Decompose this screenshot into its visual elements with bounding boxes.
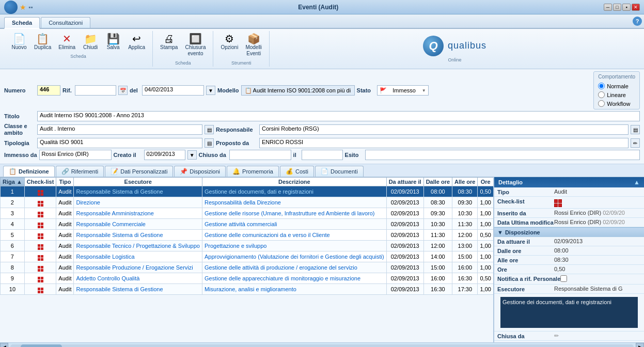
chiuso-da-input[interactable] — [229, 150, 291, 160]
horizontal-scrollbar[interactable]: ◀ ▶ — [0, 342, 644, 347]
rif-input[interactable] — [75, 85, 116, 96]
radio-normale-input[interactable] — [598, 83, 605, 89]
radio-lineare-input[interactable] — [598, 91, 605, 98]
modelli-eventi-button[interactable]: 📦 ModelliEventi — [242, 32, 265, 58]
sub-tab-riferimenti[interactable]: 🔗 Riferimenti — [56, 166, 104, 177]
elimina-button[interactable]: ✕ Elimina — [55, 32, 78, 52]
detail-disposizione-header: ▼ Disposizione — [494, 227, 644, 237]
window-buttons[interactable]: ─ □ ▪ ✕ — [604, 4, 640, 11]
table-row[interactable]: 1 Audit Responsabile Sistema di Gestione… — [1, 186, 495, 197]
cell-checklist — [24, 230, 56, 241]
salva-button[interactable]: 💾 Salva — [102, 32, 124, 52]
chiusura-evento-button[interactable]: 🔲 Chiusuraevento — [182, 32, 209, 58]
modello-button[interactable]: 📋 Audit Interno ISO 9001:2008 con più di — [241, 85, 355, 96]
cell-alle-ore: 10:30 — [452, 208, 478, 219]
cell-dalle-ore: 16:30 — [423, 284, 452, 295]
col-header-ore[interactable]: Ore — [478, 178, 493, 186]
cell-da-attuare: 02/09/2013 — [386, 208, 423, 219]
table-row[interactable]: 2 Audit Direzione Responsabilità della D… — [1, 197, 495, 208]
sub-tab-promemoria[interactable]: 🔔 Promemoria — [227, 166, 279, 177]
chiuso-il-input[interactable] — [302, 150, 343, 160]
responsabile-input[interactable]: Corsini Roberto (RSG) — [259, 124, 629, 135]
scroll-right-button[interactable]: ▶ — [636, 343, 644, 347]
notifica-checkbox[interactable] — [560, 275, 567, 282]
minimize-button[interactable]: ─ — [604, 4, 612, 11]
proposto-da-input[interactable]: ENRICO ROSSI — [259, 138, 629, 148]
restore-button[interactable]: ▪ — [622, 4, 631, 11]
cell-checklist — [24, 197, 56, 208]
detail-data-ultima-modifica-key: Data Ultima modifica — [497, 219, 554, 226]
sub-tab-documenti[interactable]: 📄 Documenti — [315, 166, 364, 177]
duplica-icon: 📋 — [36, 34, 49, 44]
radio-workflow-input[interactable] — [598, 100, 605, 107]
radio-lineare[interactable]: Lineare — [598, 91, 635, 98]
table-row[interactable]: 8 Audit Responsabile Produzione / Erogaz… — [1, 262, 495, 273]
stampa-button[interactable]: 🖨 Stampa — [157, 32, 181, 58]
applica-button[interactable]: ↩ Applica — [125, 32, 148, 52]
table-row[interactable]: 5 Audit Responsabile Sistema di Gestione… — [1, 230, 495, 241]
chiuso-da-label: Chiuso da — [199, 152, 227, 158]
classe-browse-button[interactable]: ▤ — [205, 125, 214, 134]
col-header-checklist[interactable]: Check-list — [24, 178, 56, 186]
title-bar-left: ★ ▪▪ — [4, 1, 33, 14]
close-button[interactable]: ✕ — [632, 4, 640, 11]
immesso-da-input[interactable]: Rossi Enrico (DIR) — [39, 150, 112, 160]
scroll-track[interactable] — [10, 344, 634, 347]
titolo-input[interactable]: Audit Interno ISO 9001:2008 - Anno 2013 — [37, 111, 640, 121]
col-header-riga[interactable]: Riga ▲ — [1, 178, 25, 186]
sub-tab-costi[interactable]: 💰 Costi — [280, 166, 314, 177]
maximize-button[interactable]: □ — [613, 4, 621, 11]
numero-input[interactable]: 446 — [37, 85, 60, 96]
col-header-alle-ore[interactable]: Alle ore — [452, 178, 478, 186]
tab-scheda[interactable]: Scheda — [4, 17, 40, 29]
esito-input[interactable] — [365, 150, 640, 160]
tab-consultazioni[interactable]: Consultazioni — [41, 17, 90, 28]
nuovo-button[interactable]: 📄 Nuovo — [8, 32, 30, 52]
cell-ore: 0,50 — [478, 186, 493, 197]
sub-tab-definizione[interactable]: 📋 Definizione — [3, 166, 55, 177]
classe-label: Classe e ambito — [4, 123, 35, 136]
scroll-thumb[interactable] — [21, 344, 62, 347]
riferimenti-tab-label: Riferimenti — [71, 168, 99, 175]
classe-input[interactable]: Audit . Interno — [37, 124, 202, 135]
col-header-descrizione[interactable]: Descrizione — [202, 178, 386, 186]
scroll-left-button[interactable]: ◀ — [0, 343, 8, 347]
creato-il-calendar-button[interactable]: ▼ — [187, 150, 197, 160]
detail-chiusa-da-row: Chiusa da ✏ — [494, 332, 644, 341]
table-row[interactable]: 7 Audit Responsabile Logistica Approvvig… — [1, 251, 495, 262]
table-row[interactable]: 4 Audit Responsabile Commerciale Gestion… — [1, 219, 495, 230]
table-row[interactable]: 3 Audit Responsabile Amministrazione Ges… — [1, 208, 495, 219]
table-row[interactable]: 10 Audit Responsabile Sistema di Gestion… — [1, 284, 495, 295]
del-input[interactable]: 04/02/2013 — [142, 85, 204, 96]
detail-alle-ore-value: 08:30 — [554, 257, 641, 263]
window-controls-icon: ▪▪ — [28, 4, 33, 11]
help-button[interactable]: ? — [633, 17, 642, 26]
comportamento-group: Comportamento Normale Lineare Workflow — [593, 71, 640, 109]
radio-workflow[interactable]: Workflow — [598, 100, 635, 107]
creato-il-input[interactable]: 02/09/2013 — [144, 150, 185, 160]
checklist-grid-cell — [38, 288, 43, 293]
col-header-esecutore[interactable]: Esecutore — [74, 178, 202, 186]
checklist-grid-cell — [38, 277, 43, 282]
opzioni-button[interactable]: ⚙ Opzioni — [217, 32, 241, 58]
chiudi-button[interactable]: 📁 Chiudi — [80, 32, 101, 52]
detail-expand-button[interactable]: ▲ — [634, 179, 640, 186]
duplica-button[interactable]: 📋 Duplica — [31, 32, 54, 52]
table-row[interactable]: 9 Audit Addetto Controllo Qualità Gestio… — [1, 273, 495, 284]
responsabile-browse-button[interactable]: ▤ — [631, 125, 640, 134]
cell-esecutore: Addetto Controllo Qualità — [74, 273, 202, 284]
tipologia-input[interactable]: Qualità ISO 9001 — [37, 138, 202, 148]
col-header-tipo[interactable]: Tipo — [56, 178, 74, 186]
tipologia-browse-button[interactable]: ▤ — [205, 138, 214, 148]
col-header-dalle-ore[interactable]: Dalle ore — [423, 178, 452, 186]
sub-tab-dati-personalizzati[interactable]: 📝 Dati Personalizzati — [105, 166, 173, 177]
table-row[interactable]: 6 Audit Responsabile Tecnico / Progettaz… — [1, 241, 495, 251]
stato-dropdown[interactable]: 🚩 Immesso ▼ — [377, 85, 429, 96]
col-header-da-attuare[interactable]: Da attuare il — [386, 178, 423, 186]
sub-tab-disposizioni[interactable]: 📌 Disposizioni — [174, 166, 226, 177]
cell-da-attuare: 02/09/2013 — [386, 197, 423, 208]
radio-normale[interactable]: Normale — [598, 83, 635, 89]
proposto-da-browse-button[interactable]: ✏ — [631, 138, 640, 148]
rif-browse-button[interactable]: 📅 — [118, 86, 128, 95]
del-calendar-button[interactable]: ▼ — [206, 86, 215, 95]
